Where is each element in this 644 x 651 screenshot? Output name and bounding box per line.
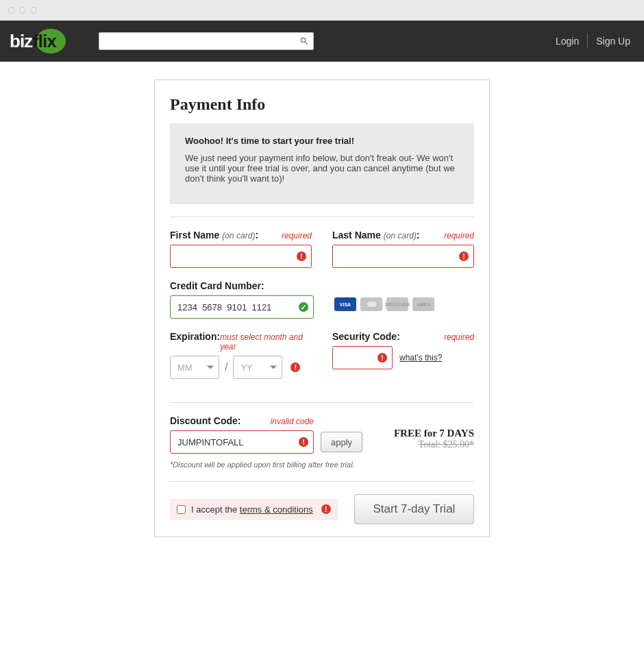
last-name-field: Last Name (on card): required ! [332,230,474,268]
amex-icon: AMEX [412,297,434,311]
discount-field: Discount Code: invalid code ! [170,415,314,454]
terms-prefix: I accept the [191,504,240,515]
error-icon: ! [321,504,331,514]
check-icon: ✓ [299,302,308,312]
error-icon: ! [459,251,469,261]
exp-year-select[interactable]: YY [233,356,282,379]
cc-row: Credit Card Number: ✓ VISA DISCOVER AMEX [170,280,474,319]
name-row: First Name (on card): required ! Last Na… [170,230,474,268]
last-name-input[interactable] [332,245,474,268]
apply-button[interactable]: apply [321,432,362,452]
terms-link[interactable]: terms & conditions [240,504,313,515]
cc-card-icons: VISA DISCOVER AMEX [334,280,474,319]
start-trial-button[interactable]: Start 7-day Trial [354,494,474,524]
error-icon: ! [299,437,308,447]
last-name-hint: (on card) [384,231,417,241]
cc-input[interactable] [170,295,314,319]
security-label: Security Code: [332,331,400,342]
brand-logo[interactable]: bizflix [10,27,71,55]
discount-error: invalid code [271,417,314,426]
discount-label: Discount Code: [170,415,240,426]
first-name-input[interactable] [170,245,312,268]
search-icon [299,36,309,46]
search-box[interactable] [99,32,314,50]
window-dot-minimize[interactable] [19,7,26,14]
expiration-field: Expiration: must select month and year M… [170,331,312,379]
divider [170,217,474,217]
payment-card: Payment Info Woohoo! It's time to start … [154,79,490,537]
first-name-required: required [282,231,312,241]
mastercard-icon [360,297,382,311]
window-dot-close[interactable] [8,7,15,14]
signup-link[interactable]: Sign Up [596,36,630,47]
error-icon: ! [290,363,300,372]
logo-suffix: flix [33,31,56,52]
intro-body: We just need your payment info below, bu… [185,153,455,184]
top-nav: bizflix Login Sign Up [0,21,644,62]
terms-checkbox[interactable] [177,505,186,514]
expiration-label: Expiration: [170,331,220,342]
page-title: Payment Info [170,95,474,114]
terms-box[interactable]: I accept the terms & conditions ! [170,499,338,520]
cc-field: Credit Card Number: ✓ [170,280,314,319]
terms-cta-row: I accept the terms & conditions ! Start … [170,494,474,524]
price-total: Total: $25.00* [394,439,474,450]
browser-chrome [0,0,644,21]
last-name-label: Last Name [332,230,381,241]
price-box: FREE for 7 DAYS Total: $25.00* [394,428,474,450]
visa-icon: VISA [334,297,356,311]
whats-this-link[interactable]: what's this? [399,353,442,363]
window-dot-zoom[interactable] [30,7,37,14]
discount-row: Discount Code: invalid code ! apply FREE… [170,415,474,454]
cc-label: Credit Card Number: [170,280,264,291]
last-name-required: required [444,231,474,241]
divider [170,402,474,403]
logo-prefix: biz [10,31,32,52]
exp-month-select[interactable]: MM [170,356,219,379]
security-required: required [444,332,474,342]
search-input[interactable] [103,36,299,47]
first-name-hint: (on card) [222,231,255,241]
exp-sec-row: Expiration: must select month and year M… [170,331,474,379]
divider [170,481,474,482]
expiration-error: must select month and year [220,332,312,352]
discover-icon: DISCOVER [386,297,408,311]
first-name-label: First Name [170,230,219,241]
error-icon: ! [377,353,387,363]
discount-note: *Discount will be applied upon first bil… [170,460,474,469]
nav-divider [587,34,588,49]
price-free: FREE for 7 DAYS [394,428,474,439]
login-link[interactable]: Login [556,36,579,47]
error-icon: ! [297,251,306,261]
first-name-field: First Name (on card): required ! [170,230,312,268]
intro-heading: Woohoo! It's time to start your free tri… [185,136,459,146]
intro-box: Woohoo! It's time to start your free tri… [170,123,474,204]
discount-input[interactable] [170,430,314,454]
security-code-field: Security Code: required ! what's this? [332,331,474,379]
slash: / [225,361,227,373]
